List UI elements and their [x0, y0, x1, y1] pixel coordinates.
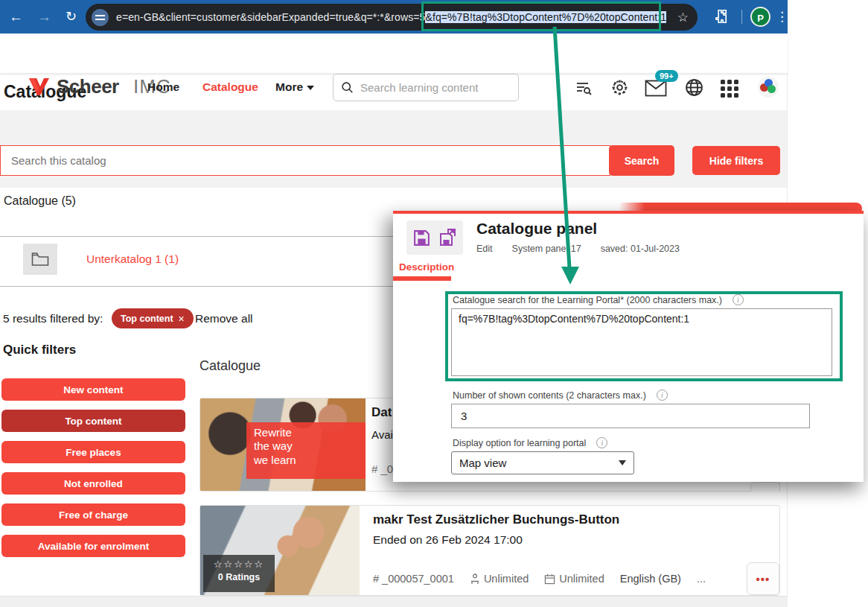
- url-selected-text: &fq=%7B!tag%3DtopContent%7D%20topContent…: [425, 11, 666, 23]
- info-icon[interactable]: i: [596, 437, 607, 448]
- panel-system-id: System panel 17: [512, 244, 581, 254]
- course-language: English (GB): [620, 573, 681, 585]
- active-filter-chip[interactable]: Top content ×: [112, 308, 194, 328]
- info-icon[interactable]: i: [657, 390, 668, 401]
- rating-stars-icon: ☆☆☆☆☆: [203, 559, 275, 570]
- rating-count: 0 Ratings: [203, 572, 275, 582]
- scheer-logo-icon[interactable]: [27, 77, 51, 99]
- course-menu-button[interactable]: •••: [747, 562, 779, 595]
- course-ended-label: Ended on 26 Feb 2024 17:00: [373, 533, 523, 547]
- subcatalog-link[interactable]: Unterkatalog 1 (1): [86, 252, 179, 266]
- chevron-down-icon: [619, 460, 626, 465]
- browser-toolbar: ← → ↻ e=en-GB&client=customer&sidebarExp…: [0, 0, 788, 34]
- speaker-icon: [470, 573, 480, 585]
- results-filtered-label: 5 results filtered by:: [3, 312, 103, 325]
- search-icon: [341, 81, 354, 94]
- brand-name[interactable]: Scheer: [57, 75, 119, 98]
- app-switcher-color-icon[interactable]: [758, 77, 779, 98]
- quick-filter-available-for-enrolment[interactable]: Available for enrolment: [1, 535, 185, 557]
- global-search[interactable]: [333, 74, 519, 101]
- toolbar-divider: [741, 10, 742, 24]
- browser-reload-icon[interactable]: ↻: [66, 0, 77, 34]
- panel-save-toolbar: [406, 220, 463, 255]
- global-search-input[interactable]: [360, 81, 502, 94]
- site-settings-icon[interactable]: [92, 9, 109, 26]
- tab-active-underline: [393, 276, 451, 281]
- browser-menu-icon[interactable]: ⋮: [776, 0, 788, 34]
- bookmark-star-icon[interactable]: ☆: [677, 10, 689, 25]
- display-option-select[interactable]: Map view: [451, 451, 634, 474]
- catalogue-list-title: Catalogue: [200, 358, 261, 374]
- chevron-down-icon: [307, 86, 314, 90]
- meta-ellipsis: ...: [697, 573, 706, 585]
- profile-avatar[interactable]: P: [750, 7, 770, 27]
- folder-icon: [31, 252, 49, 267]
- course-title[interactable]: Dat: [371, 405, 392, 420]
- quick-filter-free-of-charge[interactable]: Free of charge: [1, 503, 185, 526]
- ratings-overlay: ☆☆☆☆☆ 0 Ratings: [203, 555, 275, 592]
- save-icon[interactable]: [412, 229, 431, 247]
- catalog-search-input[interactable]: [11, 154, 599, 167]
- panel-saved-date: saved: 01-Jul-2023: [601, 244, 680, 254]
- language-globe-icon[interactable]: [685, 78, 703, 97]
- settings-gear-icon[interactable]: [610, 78, 629, 97]
- panel-subline: Edit System panel 17 saved: 01-Jul-2023: [476, 244, 680, 254]
- quick-filter-new-content[interactable]: New content: [1, 378, 185, 401]
- tab-description[interactable]: Description: [399, 261, 454, 273]
- display-option-label: Display option for learning portal i: [453, 437, 607, 448]
- quick-filters-title: Quick filters: [3, 343, 76, 357]
- course-image-banner: Rewrite the way we learn: [246, 422, 366, 479]
- messages-mail-icon[interactable]: [645, 80, 667, 97]
- apps-grid-icon[interactable]: [721, 80, 740, 99]
- nav-home[interactable]: Home: [147, 80, 179, 94]
- remove-all-link[interactable]: Remove all: [195, 312, 253, 325]
- course-card[interactable]: ☆☆☆☆☆ 0 Ratings makr Test Zusätzlicher B…: [200, 505, 780, 596]
- mail-badge: 99+: [655, 70, 678, 82]
- page-footer-strip: [0, 596, 788, 607]
- subcatalog-folder[interactable]: [23, 244, 57, 275]
- info-icon[interactable]: i: [733, 294, 744, 305]
- quick-filter-not-enrolled[interactable]: Not enrolled: [1, 472, 185, 495]
- course-image: Rewrite the way we learn: [200, 398, 366, 491]
- calendar-icon: [544, 573, 555, 585]
- quick-filter-top-content[interactable]: Top content: [1, 410, 185, 432]
- nav-catalogue[interactable]: Catalogue: [202, 80, 258, 94]
- course-image: ☆☆☆☆☆ 0 Ratings: [200, 506, 360, 595]
- browser-forward-icon[interactable]: →: [37, 0, 51, 34]
- capacity-item: Unlimited: [470, 573, 529, 585]
- catalog-search-field[interactable]: [0, 145, 610, 176]
- display-option-value: Map view: [459, 457, 506, 469]
- catalogue-search-textarea[interactable]: fq=%7B!tag%3DtopContent%7D%20topContent:…: [451, 308, 832, 376]
- course-availability: Avai: [371, 428, 393, 441]
- chip-close-icon[interactable]: ×: [179, 313, 185, 325]
- site-header: Scheer IMC Home Catalogue More 99+: [0, 34, 788, 73]
- quick-filter-free-places[interactable]: Free places: [1, 441, 185, 463]
- catalogue-search-label: Catalogue search for the Learning Portal…: [453, 294, 744, 305]
- panel-title: Catalogue panel: [476, 220, 597, 238]
- extensions-puzzle-icon[interactable]: [712, 8, 728, 25]
- address-bar[interactable]: e=en-GB&client=customer&sidebarExpanded=…: [86, 4, 698, 31]
- filter-search-icon[interactable]: [575, 79, 593, 97]
- search-button[interactable]: Search: [609, 145, 674, 176]
- chip-label: Top content: [121, 314, 173, 324]
- hide-filters-button[interactable]: Hide filters: [692, 146, 780, 175]
- url-text: e=en-GB&client=customer&sidebarExpanded=…: [116, 11, 666, 23]
- browser-back-icon[interactable]: ←: [9, 0, 23, 34]
- shown-contents-label: Number of shown contents (2 characters m…: [453, 390, 668, 401]
- save-and-close-icon[interactable]: [438, 228, 458, 247]
- catalogue-count-label: Catalogue (5): [4, 194, 76, 208]
- course-title[interactable]: makr Test Zusätzlicher Buchungs-Button: [373, 512, 619, 527]
- nav-more[interactable]: More: [275, 80, 314, 94]
- course-id: # _000057_0001: [373, 573, 454, 585]
- course-menu-button-partial[interactable]: [750, 482, 780, 492]
- sessions-item: Unlimited: [544, 573, 604, 585]
- course-id: # _0: [371, 463, 393, 475]
- shown-contents-input[interactable]: [451, 404, 810, 428]
- catalogue-panel-dialog: Catalogue panel Edit System panel 17 sav…: [393, 211, 864, 482]
- panel-mode: Edit: [476, 244, 493, 254]
